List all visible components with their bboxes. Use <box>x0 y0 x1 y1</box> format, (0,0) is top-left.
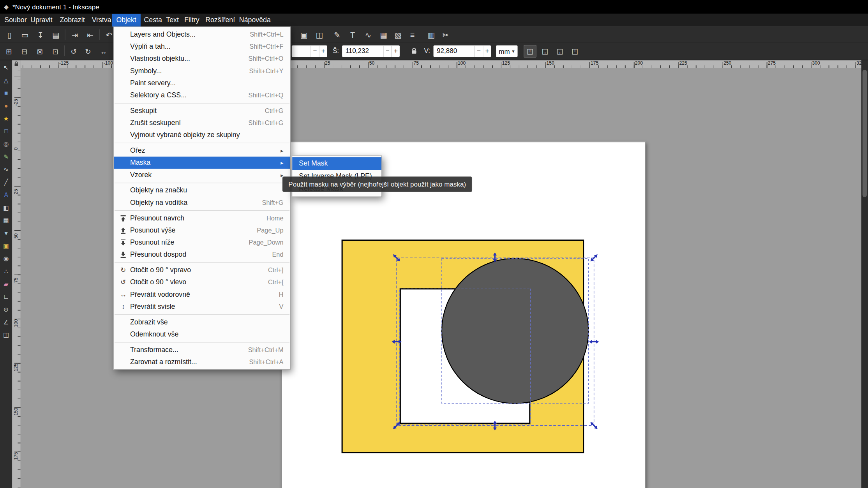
calligraphy-tool-icon[interactable]: ╱ <box>2 178 11 187</box>
menu-item-selektory-a-css[interactable]: Selektory a CSS...Shift+Ctrl+Q <box>114 89 290 101</box>
lock-ratio-icon[interactable] <box>411 47 418 55</box>
y-plus-button[interactable]: + <box>319 46 327 57</box>
menu-item-oto-it-o-90-vlevo[interactable]: ↺Otočit o 90 ° vlevoCtrl+[ <box>114 276 290 288</box>
width-value[interactable]: 110,232 <box>342 46 383 57</box>
menu-item-odemknout-v-e[interactable]: Odemknout vše <box>114 328 290 340</box>
height-value[interactable]: 92,880 <box>434 46 475 57</box>
y-value[interactable] <box>292 46 311 57</box>
duplicate-icon[interactable]: ◫ <box>313 29 325 41</box>
open-document-icon[interactable]: ▭ <box>19 29 31 41</box>
deselect-icon[interactable]: ⊠ <box>34 46 46 58</box>
text-tool-icon[interactable]: A <box>2 190 11 199</box>
pencil-tool-icon[interactable]: ✎ <box>2 152 11 161</box>
layers-dialog-icon[interactable]: ▧ <box>392 29 404 41</box>
gradient-tool-icon[interactable]: ◧ <box>2 203 11 212</box>
spray-icon[interactable]: ∿ <box>362 29 374 41</box>
print-icon[interactable]: ▤ <box>50 29 62 41</box>
mesh-tool-icon[interactable]: ▦ <box>2 216 11 225</box>
import-icon[interactable]: ⇥ <box>69 29 81 41</box>
unit-select[interactable]: mm ▾ <box>496 46 517 57</box>
zoom-tool-icon[interactable]: ⊙ <box>2 305 11 314</box>
menu-item-zobrazit-v-e[interactable]: Zobrazit vše <box>114 316 290 328</box>
star-tool-icon[interactable]: ★ <box>2 114 11 123</box>
menubar-item-filtry[interactable]: Filtry <box>180 14 204 27</box>
menu-item-paint-servery[interactable]: Paint servery... <box>114 77 290 89</box>
rotate-cw-icon[interactable]: ↻ <box>82 46 94 58</box>
menubar-item-upravit[interactable]: Upravit <box>26 14 57 27</box>
height-spinbox[interactable]: 92,880 − + <box>434 46 491 57</box>
scale-corners-toggle[interactable]: ◱ <box>539 45 552 58</box>
paste-icon[interactable]: ▣ <box>298 29 310 41</box>
scrollbar-thumb[interactable] <box>863 70 867 197</box>
menubar-item-zobrazit[interactable]: Zobrazit <box>55 14 89 27</box>
menu-item-maska[interactable]: Maska▸ <box>114 157 290 169</box>
menu-item-p-evr-tit-vodorovn[interactable]: ↔Převrátit vodorovněH <box>114 288 290 300</box>
align-dialog-icon[interactable]: ≡ <box>406 29 418 41</box>
tweak-tool-icon[interactable]: ◉ <box>2 254 11 263</box>
flip-horizontal-icon[interactable]: ↔ <box>97 46 109 58</box>
menu-item-objekty-na-zna-ku[interactable]: Objekty na značku <box>114 184 290 196</box>
height-minus-button[interactable]: − <box>475 46 483 57</box>
width-minus-button[interactable]: − <box>383 46 391 57</box>
dropper-tool-icon[interactable]: ▼ <box>2 229 11 238</box>
spiral-tool-icon[interactable]: ◎ <box>2 139 11 148</box>
measure-tool-icon[interactable]: ∠ <box>2 318 11 327</box>
spray-tool-icon[interactable]: ∴ <box>2 267 11 276</box>
rectangle-tool-icon[interactable]: ■ <box>2 88 11 97</box>
menu-item-layers-and-objects[interactable]: Layers and Objects...Shift+Ctrl+L <box>114 28 290 40</box>
menu-item-vlastnosti-objektu[interactable]: Vlastnosti objektu...Shift+Ctrl+O <box>114 53 290 65</box>
width-spinbox[interactable]: 110,232 − + <box>342 46 400 57</box>
menu-item-oto-it-o-90-vpravo[interactable]: ↻Otočit o 90 ° vpravoCtrl+] <box>114 264 290 276</box>
box3d-tool-icon[interactable]: □ <box>2 127 11 136</box>
height-plus-button[interactable]: + <box>483 46 491 57</box>
text-editor-icon[interactable]: T <box>346 29 358 41</box>
bucket-tool-icon[interactable]: ▣ <box>2 241 11 250</box>
menu-item-p-evr-tit-svisle[interactable]: ↕Převrátit svisleV <box>114 301 290 313</box>
select-all-layers-icon[interactable]: ⊟ <box>18 46 30 58</box>
menu-item-zarovnat-a-rozm-stit[interactable]: Zarovnat a rozmístit...Shift+Ctrl+A <box>114 356 290 368</box>
vertical-ruler[interactable]: -250255075100125150175 <box>12 68 20 488</box>
vertical-scrollbar[interactable] <box>861 60 868 488</box>
node-tool-icon[interactable]: △ <box>2 76 11 85</box>
ruler-corner[interactable] <box>12 60 20 68</box>
menu-item-vyjmout-vybran-objekty-ze-skupiny[interactable]: Vyjmout vybrané objekty ze skupiny <box>114 129 290 141</box>
preferences-icon[interactable]: ✂ <box>439 29 452 41</box>
menu-item-posunout-v-e[interactable]: Posunout výšePage_Up <box>114 224 290 236</box>
width-plus-button[interactable]: + <box>392 46 400 57</box>
mask-circle[interactable] <box>442 259 589 403</box>
menu-item-o-ez[interactable]: Ořez▸ <box>114 144 290 157</box>
menubar-item-roz-en[interactable]: Rozšíření <box>201 14 240 27</box>
document-properties-icon[interactable]: ▥ <box>425 29 437 41</box>
connector-tool-icon[interactable]: ∟ <box>2 292 11 301</box>
export-icon[interactable]: ⇤ <box>84 29 96 41</box>
menu-item-zru-it-seskupen[interactable]: Zrušit seskupeníShift+Ctrl+G <box>114 117 290 129</box>
new-document-icon[interactable]: ▯ <box>4 29 16 41</box>
menu-item-v-pl-a-tah[interactable]: Výplň a tah...Shift+Ctrl+F <box>114 41 290 53</box>
menu-item-objekty-na-vod-tka[interactable]: Objekty na vodítkaShift+G <box>114 196 290 208</box>
menu-item-vzorek[interactable]: Vzorek▸ <box>114 169 290 181</box>
y-spinbox[interactable]: − + <box>292 46 327 57</box>
y-minus-button[interactable]: − <box>311 46 319 57</box>
scale-stroke-toggle[interactable]: ◰ <box>524 45 536 58</box>
submenu-item-set-mask[interactable]: Set Mask <box>292 157 381 170</box>
menu-item-p-esunout-navrch[interactable]: Přesunout navrchHome <box>114 212 290 224</box>
select-all-icon[interactable]: ⊞ <box>3 46 15 58</box>
menubar-item-n-pov-da[interactable]: Nápověda <box>235 14 275 27</box>
menu-item-transformace[interactable]: Transformace...Shift+Ctrl+M <box>114 344 290 356</box>
selection-box-icon[interactable]: ⊡ <box>49 46 61 58</box>
rotate-ccw-icon[interactable]: ↺ <box>67 46 79 58</box>
menu-item-seskupit[interactable]: SeskupitCtrl+G <box>114 105 290 117</box>
move-patterns-toggle[interactable]: ◳ <box>568 45 581 58</box>
ellipse-tool-icon[interactable]: ● <box>2 101 11 110</box>
pen-tool-icon[interactable]: ∿ <box>2 165 11 174</box>
pages-tool-icon[interactable]: ◫ <box>2 330 11 339</box>
menu-item-posunout-n-e[interactable]: Posunout nížePage_Down <box>114 236 290 248</box>
move-gradients-toggle[interactable]: ◲ <box>554 45 566 58</box>
fill-stroke-icon[interactable]: ✎ <box>331 29 343 41</box>
save-icon[interactable]: ↧ <box>34 29 46 41</box>
menu-item-symboly[interactable]: Symboly...Shift+Ctrl+Y <box>114 65 290 77</box>
xml-editor-icon[interactable]: ▦ <box>378 29 390 41</box>
eraser-tool-icon[interactable]: ▰ <box>2 280 11 289</box>
selector-tool-icon[interactable]: ↖ <box>2 63 11 72</box>
menubar-item-objekt[interactable]: Objekt <box>112 14 141 27</box>
